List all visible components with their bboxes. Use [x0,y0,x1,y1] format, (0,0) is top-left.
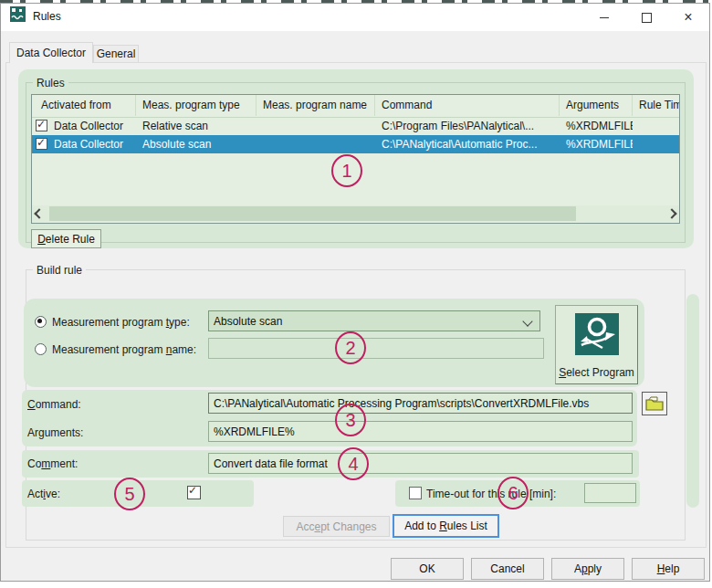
cell-command: C:\PANalytical\Automatic Proc... [382,135,558,153]
rule-enabled-checkbox[interactable] [36,138,47,150]
browse-command-button[interactable] [642,392,667,415]
column-header-activated-from[interactable]: Activated from [32,95,136,116]
cell-program-name [263,135,373,153]
column-header-command[interactable]: Command [375,95,560,116]
annotation-circle-2: 2 [335,331,366,364]
measurement-program-type-select[interactable]: Absolute scan [208,310,540,331]
app-icon [10,6,26,22]
scroll-left-button[interactable] [32,205,47,222]
window-title: Rules [33,10,61,23]
select-program-label: Select Program [556,366,637,379]
active-checkbox[interactable] [187,486,201,499]
tab-data-collector-label: Data Collector [16,47,86,59]
chevron-right-icon [666,208,676,218]
command-input[interactable] [208,393,633,414]
cell-activated-from: Data Collector [54,135,134,153]
chevron-down-icon [522,316,532,326]
cell-program-type: Absolute scan [142,135,255,153]
add-to-rules-list-label: Add to Rules List [404,520,487,532]
rules-group-label: Rules [33,77,68,89]
accept-changes-label: Accept Changes [296,520,376,533]
horizontal-scrollbar[interactable] [32,205,679,222]
chevron-left-icon [34,208,44,218]
delete-rule-button[interactable]: Delete Rule [31,229,101,248]
goniometer-icon [575,313,619,355]
cell-arguments: %XRDMLFILE... [566,117,633,135]
annotation-circle-1: 1 [331,154,362,187]
tab-general[interactable]: General [93,45,139,63]
select-program-button[interactable]: Select Program [555,305,638,384]
build-rule-group-label: Build rule [33,264,86,277]
ok-button[interactable]: OK [391,558,464,580]
ok-label: OK [419,562,435,575]
measurement-program-type-value: Absolute scan [214,315,282,328]
arguments-label: Arguments: [27,426,83,439]
table-row-relative-scan[interactable]: Data Collector Relative scan C:\Program … [32,117,679,135]
maximize-button[interactable] [625,4,667,31]
active-label: Active: [27,488,60,500]
cell-program-name [263,117,373,135]
timeout-input[interactable] [584,483,636,503]
table-row-absolute-scan[interactable]: Data Collector Absolute scan C:\PANalyti… [32,135,679,153]
folder-icon [645,396,664,411]
apply-label: Apply [574,562,602,575]
rule-enabled-checkbox[interactable] [36,120,47,131]
column-header-arguments[interactable]: Arguments [560,95,633,116]
measurement-program-name-radio[interactable] [35,343,47,355]
cancel-label: Cancel [490,562,524,575]
column-header-program-type[interactable]: Meas. program type [136,95,257,116]
cell-arguments: %XRDMLFILE% [566,135,633,153]
help-label: Help [657,562,680,575]
minimize-button[interactable] [583,4,625,31]
annotation-circle-5: 5 [114,478,145,510]
help-button[interactable]: Help [632,558,705,580]
arguments-input[interactable] [208,421,633,442]
measurement-program-type-radio[interactable] [35,316,47,328]
measurement-program-name-input[interactable] [208,338,544,359]
measurement-program-type-label: Measurement program type: [52,316,190,329]
command-label: Command: [27,398,81,411]
accept-changes-button: Accept Changes [283,516,390,537]
cell-program-type: Relative scan [142,117,255,135]
delete-rule-label: Delete Rule [37,233,95,246]
cancel-button[interactable]: Cancel [471,558,544,580]
tab-general-label: General [97,47,136,60]
column-header-program-name[interactable]: Meas. program name [257,95,375,116]
annotation-circle-6: 6 [497,477,529,509]
annotation-circle-4: 4 [338,447,369,480]
measurement-program-name-label: Measurement program name: [52,343,196,356]
scrollbar-thumb[interactable] [49,206,576,221]
timeout-checkbox[interactable] [409,487,422,499]
add-to-rules-list-button[interactable]: Add to Rules List [393,514,499,538]
cell-command: C:\Program Files\PANalytical\... [382,117,558,135]
close-icon: × [684,10,692,25]
cell-activated-from: Data Collector [54,117,134,135]
column-header-rule-timeout[interactable]: Rule Timeout [633,95,680,116]
maximize-icon [642,13,652,23]
comment-label: Comment: [27,457,78,470]
minimize-icon [600,17,609,18]
annotation-circle-3: 3 [335,404,366,436]
screenshot-canvas: Rules × Data Collector General Rules Act… [0,0,712,588]
close-button[interactable]: × [667,4,709,31]
tab-data-collector[interactable]: Data Collector [9,42,93,63]
green-highlight-strip [686,294,699,508]
comment-input[interactable] [208,453,633,474]
timeout-label: Time-out for this rule [min]: [426,488,556,500]
apply-button[interactable]: Apply [551,558,624,580]
table-header: Activated from Meas. program type Meas. … [32,95,679,118]
scroll-right-button[interactable] [665,205,679,222]
